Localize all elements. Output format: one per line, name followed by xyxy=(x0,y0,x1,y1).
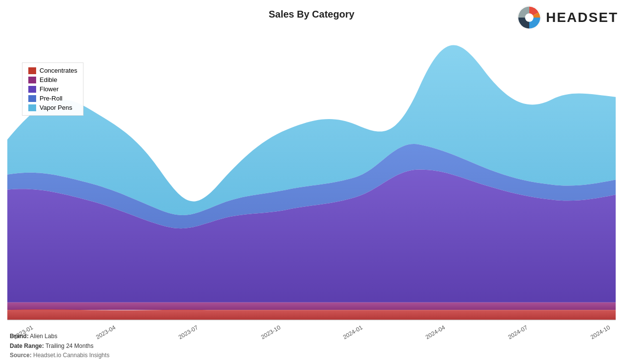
headset-logo-icon xyxy=(517,5,542,30)
footer-brand: Brand: Alien Labs xyxy=(10,332,109,341)
flower-swatch xyxy=(28,86,36,93)
brand-value: Alien Labs xyxy=(30,333,57,340)
xaxis-label-4: 2024-01 xyxy=(342,324,364,341)
logo-text: HEADSET xyxy=(546,10,618,25)
date-label: Date Range: xyxy=(10,343,44,349)
preroll-label: Pre-Roll xyxy=(40,95,62,102)
svg-point-1 xyxy=(525,13,534,21)
legend-item-concentrates: Concentrates xyxy=(28,67,77,74)
flower-label: Flower xyxy=(40,85,59,93)
xaxis-label-3: 2023-10 xyxy=(260,324,282,341)
concentrates-swatch xyxy=(28,67,36,74)
page: HEADSET Sales By Category Concentrates E… xyxy=(0,0,623,364)
source-value: Headset.io Cannabis Insights xyxy=(33,352,109,359)
date-value: Trailing 24 Months xyxy=(45,343,93,349)
chart-area: Concentrates Edible Flower Pre-Roll Vapo… xyxy=(7,29,616,325)
brand-label: Brand: xyxy=(10,333,29,340)
vapor-swatch xyxy=(28,104,36,111)
concentrates-area xyxy=(7,309,616,320)
xaxis-label-7: 2024-10 xyxy=(589,324,611,341)
xaxis-label-2: 2023-07 xyxy=(177,324,199,341)
edible-swatch xyxy=(28,77,36,83)
logo-area: HEADSET xyxy=(517,5,618,30)
footer-source: Source: Headset.io Cannabis Insights xyxy=(10,351,109,360)
legend-item-flower: Flower xyxy=(28,85,77,93)
legend-item-preroll: Pre-Roll xyxy=(28,95,77,102)
legend: Concentrates Edible Flower Pre-Roll Vapo… xyxy=(22,62,83,116)
xaxis-label-6: 2024-07 xyxy=(507,324,529,341)
source-label: Source: xyxy=(10,352,32,359)
footer-info: Brand: Alien Labs Date Range: Trailing 2… xyxy=(10,332,109,360)
legend-item-vapor: Vapor Pens xyxy=(28,104,77,111)
concentrates-label: Concentrates xyxy=(40,67,77,74)
area-chart xyxy=(7,29,616,325)
edible-area xyxy=(7,303,616,310)
legend-item-edible: Edible xyxy=(28,76,77,83)
edible-label: Edible xyxy=(40,76,57,83)
footer-date: Date Range: Trailing 24 Months xyxy=(10,342,109,351)
vapor-label: Vapor Pens xyxy=(40,104,72,111)
preroll-swatch xyxy=(28,95,36,102)
xaxis-label-5: 2024-04 xyxy=(424,324,446,341)
